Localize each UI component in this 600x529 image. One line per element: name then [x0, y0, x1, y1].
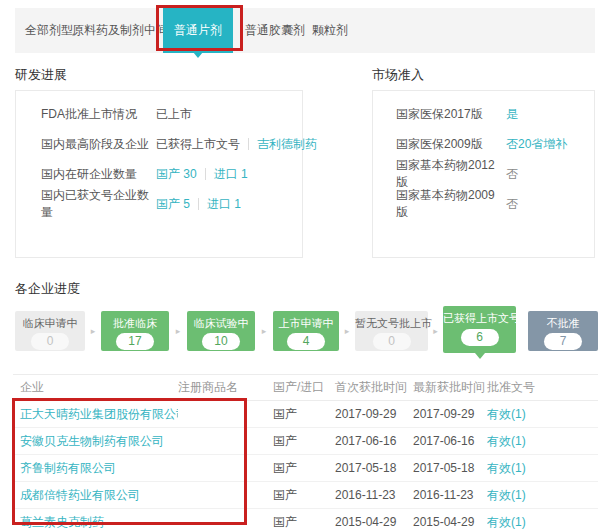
market-row-value-link[interactable]: 是 — [506, 106, 518, 123]
origin-cell: 国产 — [273, 428, 335, 455]
market-row-label: 国家医保2017版 — [396, 106, 506, 123]
origin-cell: 国产 — [273, 509, 335, 529]
rd-row-licensed-count: 国内已获文号企业数量 国产 5 进口 1 — [16, 189, 302, 219]
license-link[interactable]: 有效(1) — [487, 434, 526, 448]
tab-plain-tablet[interactable]: 普通片剂 — [163, 8, 233, 53]
arrow-right-icon: ▸ — [255, 311, 273, 351]
vertical-divider — [198, 198, 199, 210]
market-row-value-link[interactable]: 否20省增补 — [506, 136, 567, 153]
origin-cell: 国产 — [273, 401, 335, 428]
table-header-row: 企业 注册商品名 国产/进口 首次获批时间 最新获批时间 批准文号 — [13, 375, 598, 401]
first-approval-cell: 2016-11-23 — [335, 482, 413, 509]
rd-row-highest-stage: 国内最高阶段及企业 已获得上市文号 吉利德制药 — [16, 129, 302, 159]
latest-approval-cell: 2017-06-16 — [413, 428, 487, 455]
stage-label: 不批准 — [528, 316, 598, 331]
arrow-right-icon: ▸ — [428, 311, 443, 351]
domestic-count-link[interactable]: 国产 5 — [156, 196, 190, 213]
import-count-link[interactable]: 进口 1 — [207, 196, 241, 213]
company-link[interactable]: 安徽贝克生物制药有限公司 — [20, 434, 164, 448]
vertical-divider — [205, 168, 206, 180]
company-link[interactable]: 正大天晴药业集团股份有限公司 — [20, 407, 178, 421]
market-row-label: 国家医保2009版 — [396, 136, 506, 153]
tab-granule[interactable]: 颗粒剂 — [312, 8, 348, 53]
company-link[interactable]: 成都倍特药业有限公司 — [20, 488, 140, 502]
rd-progress-card: FDA批准上市情况 已上市 国内最高阶段及企业 已获得上市文号 吉利德制药 国内… — [15, 90, 303, 258]
tab-plain-tablet-label: 普通片剂 — [174, 23, 222, 37]
license-link[interactable]: 有效(1) — [487, 488, 526, 502]
arrow-right-icon: ▸ — [339, 311, 355, 351]
section-title-market-access: 市场准入 — [372, 66, 424, 84]
stage-count-badge: 0 — [373, 333, 411, 350]
stage-count-badge: 10 — [202, 333, 240, 350]
stage-label: 上市申请中 — [273, 316, 339, 331]
license-link[interactable]: 有效(1) — [487, 407, 526, 421]
license-link[interactable]: 有效(1) — [487, 461, 526, 475]
rd-row-in-research-count: 国内在研企业数量 国产 30 进口 1 — [16, 159, 302, 189]
col-header-license: 批准文号 — [487, 375, 598, 401]
vertical-divider — [248, 138, 249, 150]
latest-approval-cell: 2015-04-29 — [413, 509, 487, 529]
license-link[interactable]: 有效(1) — [487, 515, 526, 529]
import-count-link[interactable]: 进口 1 — [214, 166, 248, 183]
latest-approval-cell: 2016-11-23 — [413, 482, 487, 509]
brand-cell — [178, 455, 273, 482]
stage-label: 临床申请中 — [15, 316, 85, 331]
company-link[interactable]: 葛兰素史克制药 — [20, 515, 104, 529]
section-title-company-progress: 各企业进度 — [15, 280, 80, 298]
table-row: 安徽贝克生物制药有限公司 国产 2017-06-16 2017-06-16 有效… — [13, 428, 598, 455]
stage-marketing-applying[interactable]: 上市申请中 4 — [273, 311, 339, 351]
market-row-value: 否 — [506, 166, 518, 183]
stage-label: 暂无文号批上市 — [355, 316, 428, 331]
market-row-eml-2009: 国家基本药物2009版 否 — [373, 189, 594, 219]
stage-count-badge: 6 — [461, 329, 499, 346]
market-row-nrdl-2009: 国家医保2009版 否20省增补 — [373, 129, 594, 159]
first-approval-cell: 2015-04-29 — [335, 509, 413, 529]
stage-label: 批准临床 — [101, 316, 169, 331]
selected-stage-pointer-icon — [475, 353, 485, 359]
domestic-count-link[interactable]: 国产 30 — [156, 166, 197, 183]
stage-count-badge: 0 — [31, 333, 69, 350]
first-approval-cell: 2017-06-16 — [335, 428, 413, 455]
arrow-right-icon: ▸ — [85, 311, 101, 351]
dosage-form-tabbar: 全部剂型 原料药及制剂中间体 普通片剂 普通胶囊剂 颗粒剂 — [15, 8, 595, 53]
rd-row-value: 已获得上市文号 — [156, 136, 240, 153]
market-row-value: 否 — [506, 196, 518, 213]
stage-count-badge: 4 — [287, 333, 325, 350]
company-link[interactable]: 齐鲁制药有限公司 — [20, 461, 116, 475]
stage-label: 临床试验中 — [187, 316, 255, 331]
stage-clinical-trial[interactable]: 临床试验中 10 — [187, 311, 255, 351]
market-row-nrdl-2017: 国家医保2017版 是 — [373, 99, 594, 129]
section-title-rd-progress: 研发进展 — [15, 66, 67, 84]
stage-license-obtained[interactable]: 已获得上市文号 6 — [443, 306, 516, 353]
pipeline-stages: 临床申请中 0 ▸ 批准临床 17 ▸ 临床试验中 10 ▸ 上市申请中 4 ▸… — [15, 305, 598, 363]
rd-row-label: 国内最高阶段及企业 — [41, 136, 156, 153]
brand-cell — [178, 428, 273, 455]
table-row: 齐鲁制药有限公司 国产 2017-05-18 2017-05-18 有效(1) — [13, 455, 598, 482]
stage-count-badge: 17 — [116, 333, 154, 350]
origin-cell: 国产 — [273, 482, 335, 509]
stage-not-approved[interactable]: 不批准 7 — [528, 311, 598, 351]
market-row-label: 国家基本药物2012版 — [396, 157, 506, 191]
rd-row-value: 已上市 — [156, 106, 192, 123]
brand-cell — [178, 482, 273, 509]
tab-capsule[interactable]: 普通胶囊剂 — [245, 8, 305, 53]
col-header-latest-approval: 最新获批时间 — [413, 375, 487, 401]
stage-approved-no-license[interactable]: 暂无文号批上市 0 — [355, 311, 428, 351]
stage-label: 已获得上市文号 — [443, 311, 516, 326]
latest-approval-cell: 2017-09-29 — [413, 401, 487, 428]
market-row-eml-2012: 国家基本药物2012版 否 — [373, 159, 594, 189]
companies-table: 企业 注册商品名 国产/进口 首次获批时间 最新获批时间 批准文号 正大天晴药业… — [13, 374, 598, 529]
origin-cell: 国产 — [273, 455, 335, 482]
tab-all-dosage-forms[interactable]: 全部剂型 — [25, 8, 73, 53]
selected-tab-pointer-icon — [193, 52, 203, 58]
market-access-card: 国家医保2017版 是 国家医保2009版 否20省增补 国家基本药物2012版… — [372, 90, 595, 258]
rd-row-label: FDA批准上市情况 — [41, 106, 156, 123]
company-link-gilead[interactable]: 吉利德制药 — [257, 136, 317, 153]
first-approval-cell: 2017-05-18 — [335, 455, 413, 482]
rd-row-fda: FDA批准上市情况 已上市 — [16, 99, 302, 129]
stage-clinical-applying[interactable]: 临床申请中 0 — [15, 311, 85, 351]
latest-approval-cell: 2017-05-18 — [413, 455, 487, 482]
table-row: 正大天晴药业集团股份有限公司 国产 2017-09-29 2017-09-29 … — [13, 401, 598, 428]
col-header-origin: 国产/进口 — [273, 375, 335, 401]
stage-clinical-approved[interactable]: 批准临床 17 — [101, 311, 169, 351]
